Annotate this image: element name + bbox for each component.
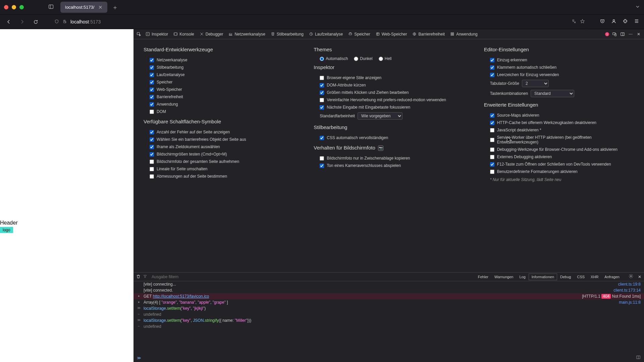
editor-opt-0[interactable]: Einzug erkennen bbox=[484, 56, 634, 64]
new-tab-button[interactable]: ＋ bbox=[112, 3, 118, 11]
console-settings-icon[interactable] bbox=[629, 274, 633, 280]
tabs-dropdown-icon[interactable] bbox=[635, 4, 640, 10]
inspector-opt-checkbox-3[interactable] bbox=[320, 98, 324, 102]
default-tool-7[interactable]: DOM bbox=[144, 108, 293, 115]
extensions-icon[interactable] bbox=[622, 18, 629, 25]
advanced-opt-checkbox-2[interactable] bbox=[490, 128, 494, 132]
back-button[interactable] bbox=[4, 17, 13, 26]
default-tool-3[interactable]: Speicher bbox=[144, 78, 293, 86]
default-tool-checkbox-3[interactable] bbox=[150, 80, 154, 84]
toolbar-button-checkbox-4[interactable] bbox=[150, 160, 154, 164]
toolbar-button-checkbox-0[interactable] bbox=[150, 130, 154, 134]
inspector-opt-3[interactable]: Vereinfachte Hervorhebung mit prefers-re… bbox=[314, 96, 464, 104]
close-window-button[interactable] bbox=[4, 5, 8, 9]
theme-dark-radio[interactable]: Dunkel bbox=[354, 56, 372, 61]
console-filter-css[interactable]: CSS bbox=[574, 274, 588, 280]
default-tool-4[interactable]: Web-Speicher bbox=[144, 86, 293, 93]
account-icon[interactable] bbox=[610, 18, 617, 25]
toolbar-button-3[interactable]: Bildschirmgrößen testen (Cmd+Opt+M) bbox=[144, 150, 293, 158]
console-filter-log[interactable]: Log bbox=[516, 274, 528, 280]
inspector-opt-checkbox-0[interactable] bbox=[320, 76, 324, 80]
screenshot-opt-checkbox-0[interactable] bbox=[320, 156, 324, 161]
devtools-tab-netzwerkanalyse[interactable]: Netzwerkanalyse bbox=[226, 29, 268, 39]
advanced-opt-5[interactable]: Externes Debugging aktivieren bbox=[484, 153, 634, 161]
minimize-window-button[interactable] bbox=[12, 5, 16, 9]
url-bar[interactable]: localhost:5173 bbox=[51, 16, 588, 27]
screenshot-opt-0[interactable]: Bildschirmfoto nur in Zwischenablage kop… bbox=[314, 155, 464, 162]
toolbar-button-checkbox-6[interactable] bbox=[150, 174, 154, 179]
devtools-tab-stilbearbeitung[interactable]: Stilbearbeitung bbox=[268, 29, 306, 39]
default-tool-1[interactable]: Stilbearbeitung bbox=[144, 64, 293, 71]
inspector-opt-1[interactable]: DOM-Attribute kürzen bbox=[314, 81, 464, 89]
close-devtools-icon[interactable]: ✕ bbox=[636, 32, 641, 37]
advanced-opt-checkbox-3[interactable] bbox=[490, 138, 494, 142]
inspector-opt-checkbox-2[interactable] bbox=[320, 90, 324, 95]
advanced-opt-checkbox-7[interactable] bbox=[490, 170, 494, 174]
toolbar-button-checkbox-3[interactable] bbox=[150, 152, 154, 157]
advanced-opt-checkbox-0[interactable] bbox=[490, 113, 494, 118]
pocket-icon[interactable] bbox=[599, 18, 606, 25]
color-unit-select[interactable]: Wie vorgegeben bbox=[358, 112, 402, 120]
console-input[interactable] bbox=[144, 356, 633, 360]
filter-funnel-icon[interactable] bbox=[143, 275, 147, 279]
inspector-opt-4[interactable]: Nächste Eingabe mit Eingabetaste fokussi… bbox=[314, 104, 464, 111]
close-split-icon[interactable]: ✕ bbox=[638, 275, 641, 279]
close-tab-icon[interactable]: ✕ bbox=[98, 4, 103, 10]
inspector-opt-checkbox-1[interactable] bbox=[320, 83, 324, 87]
clear-console-icon[interactable] bbox=[136, 274, 141, 280]
editor-opt-checkbox-1[interactable] bbox=[490, 65, 494, 70]
advanced-opt-1[interactable]: HTTP-Cache bei offenem Werkzeugkasten de… bbox=[484, 119, 634, 126]
console-filter-xhr[interactable]: XHR bbox=[588, 274, 601, 280]
lock-icon[interactable] bbox=[62, 19, 67, 25]
devtools-tab-inspektor[interactable]: Inspektor bbox=[143, 29, 171, 39]
console-filter-debug[interactable]: Debug bbox=[557, 274, 574, 280]
default-tool-checkbox-1[interactable] bbox=[150, 65, 154, 70]
shield-icon[interactable] bbox=[54, 19, 59, 25]
console-filter-anfragen[interactable]: Anfragen bbox=[601, 274, 623, 280]
editor-opt-2[interactable]: Leerzeichen für Einzug verwenden bbox=[484, 71, 634, 78]
error-count-badge[interactable]: 1 bbox=[605, 32, 609, 36]
theme-light-radio[interactable]: Hell bbox=[379, 56, 392, 61]
reload-button[interactable] bbox=[31, 17, 40, 26]
console-filter-input[interactable] bbox=[150, 274, 217, 280]
toolbar-button-2[interactable]: Iframe als Zieldokument auswählen bbox=[144, 143, 293, 150]
default-tool-checkbox-6[interactable] bbox=[150, 102, 154, 107]
inspect-element-icon[interactable] bbox=[136, 32, 142, 37]
forward-button[interactable] bbox=[17, 17, 27, 26]
advanced-opt-checkbox-6[interactable] bbox=[490, 162, 494, 167]
advanced-opt-2[interactable]: JavaScript deaktivieren * bbox=[484, 126, 634, 134]
kebab-menu-icon[interactable]: ⋯ bbox=[628, 32, 633, 37]
dock-side-icon[interactable] bbox=[620, 32, 625, 37]
devtools-tab-barrierefreiheit[interactable]: Barrierefreiheit bbox=[410, 29, 447, 39]
inspector-opt-checkbox-4[interactable] bbox=[320, 105, 324, 110]
editor-opt-checkbox-2[interactable] bbox=[490, 73, 494, 77]
toolbar-button-4[interactable]: Bildschirmfoto der gesamten Seite aufneh… bbox=[144, 158, 293, 165]
default-tool-checkbox-5[interactable] bbox=[150, 95, 154, 99]
advanced-opt-6[interactable]: F12-Taste zum Öffnen oder Schließen von … bbox=[484, 161, 634, 168]
style-opt-checkbox-0[interactable] bbox=[320, 136, 324, 140]
devtools-tab-debugger[interactable]: Debugger bbox=[197, 29, 226, 39]
theme-auto-radio[interactable]: Automatisch bbox=[320, 56, 348, 61]
console-filter-warnungen[interactable]: Warnungen bbox=[491, 274, 516, 280]
toolbar-button-1[interactable]: Wählen Sie ein barrierefreies Objekt der… bbox=[144, 136, 293, 143]
screenshot-opt-checkbox-1[interactable] bbox=[320, 164, 324, 168]
toolbar-button-checkbox-5[interactable] bbox=[150, 167, 154, 171]
advanced-opt-4[interactable]: Debugging-Werkzeuge für Browser-Chrome u… bbox=[484, 146, 634, 153]
advanced-opt-checkbox-1[interactable] bbox=[490, 121, 494, 125]
inspector-opt-0[interactable]: Browser-eigene Stile anzeigen bbox=[314, 74, 464, 81]
default-tool-6[interactable]: Anwendung bbox=[144, 101, 293, 108]
split-console-icon[interactable] bbox=[636, 355, 641, 361]
responsive-mode-icon[interactable] bbox=[612, 32, 617, 37]
console-filter-informationen[interactable]: Informationen bbox=[529, 274, 557, 280]
default-tool-0[interactable]: Netzwerkanalyse bbox=[144, 56, 293, 64]
devtools-tab-anwendung[interactable]: Anwendung bbox=[447, 29, 480, 39]
maximize-window-button[interactable] bbox=[19, 5, 24, 9]
advanced-opt-checkbox-5[interactable] bbox=[490, 155, 494, 159]
keybind-select[interactable]: Standard bbox=[531, 90, 574, 97]
advanced-opt-checkbox-4[interactable] bbox=[490, 147, 494, 152]
browser-tab[interactable]: localhost:5173/ ✕ bbox=[60, 2, 107, 13]
devtools-tab-konsole[interactable]: Konsole bbox=[171, 29, 197, 39]
advanced-opt-3[interactable]: Service-Worker über HTTP aktivieren (bei… bbox=[484, 134, 634, 146]
devtools-tab-web-speicher[interactable]: Web-Speicher bbox=[373, 29, 410, 39]
default-tool-5[interactable]: Barrierefreiheit bbox=[144, 93, 293, 101]
